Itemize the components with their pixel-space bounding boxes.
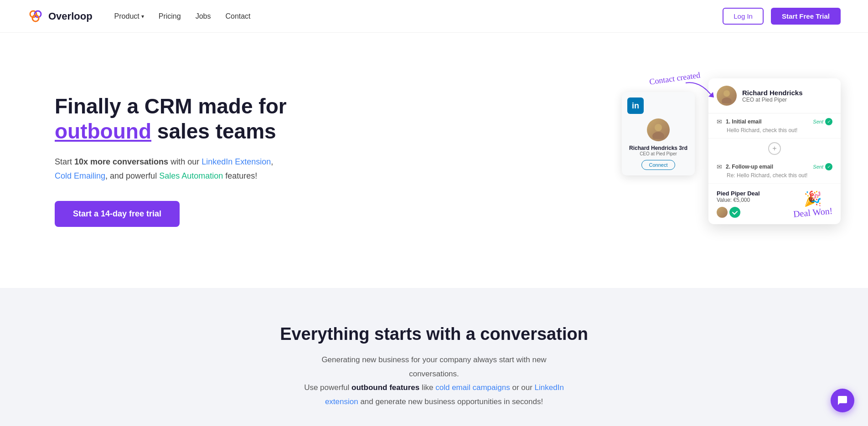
crm-email-2-header: ✉ 2. Follow-up email Sent ✓ — [717, 163, 832, 170]
crm-contact-info: Richard Hendricks CEO at Pied Piper — [742, 89, 803, 103]
section-desc: Generating new business for your company… — [297, 353, 571, 409]
crm-panel: Richard Hendricks CEO at Pied Piper ✉ 1.… — [708, 78, 841, 224]
nav-pricing[interactable]: Pricing — [159, 12, 181, 21]
nav-jobs[interactable]: Jobs — [196, 12, 211, 21]
arrow-icon — [681, 78, 718, 106]
email-icon-2: ✉ — [717, 163, 722, 170]
crm-deal-avatars — [717, 207, 760, 218]
check-icon-2: ✓ — [825, 163, 832, 170]
party-icon: 🎉 — [804, 190, 822, 207]
linkedin-avatar — [647, 118, 670, 141]
nav-right: Log In Start Free Trial — [723, 8, 841, 25]
sent-badge-1: Sent ✓ — [813, 118, 832, 125]
conversation-section: Everything starts with a conversation Ge… — [0, 288, 868, 426]
add-step-button[interactable]: + — [768, 142, 781, 155]
crm-email-2-preview: Re: Hello Richard, check this out! — [717, 172, 832, 179]
hero-outbound-word: outbound — [55, 119, 151, 143]
logo: Overloop — [27, 8, 93, 25]
crm-contact-name: Richard Hendricks — [742, 89, 803, 97]
email-icon: ✉ — [717, 118, 722, 125]
crm-avatar — [717, 86, 737, 106]
nav-left: Overloop Product ▾ Pricing Jobs Contact — [27, 8, 251, 25]
cold-emailing-link[interactable]: Cold Emailing — [55, 171, 105, 180]
linkedin-contact-name: Richard Hendricks 3rd — [627, 145, 689, 151]
cold-email-link[interactable]: cold email campaigns — [435, 383, 510, 392]
svg-point-7 — [722, 98, 732, 103]
hero-mockup: Contact created in Richard Hendricks 3rd… — [622, 69, 841, 251]
check-icon-1: ✓ — [825, 118, 832, 125]
connect-button[interactable]: Connect — [641, 160, 676, 170]
crm-deal-info: Pied Piper Deal Value: €5,000 — [717, 190, 760, 218]
chat-icon — [837, 395, 848, 406]
sales-automation-link[interactable]: Sales Automation — [159, 171, 223, 180]
crm-email-1-title-wrap: ✉ 1. Initial email — [717, 118, 762, 125]
logo-text: Overloop — [48, 10, 93, 22]
crm-email-2-title: 2. Follow-up email — [726, 164, 773, 170]
navbar: Overloop Product ▾ Pricing Jobs Contact … — [0, 0, 868, 33]
hero-content: Finally a CRM made for outbound sales te… — [55, 94, 287, 227]
nav-links: Product ▾ Pricing Jobs Contact — [114, 12, 251, 21]
section-title: Everything starts with a conversation — [27, 324, 841, 344]
trial-button[interactable]: Start a 14-day free trial — [55, 201, 180, 227]
outbound-features-text: outbound features — [351, 383, 419, 392]
chat-button[interactable] — [831, 389, 854, 412]
linkedin-contact-role: CEO at Pied Piper — [627, 151, 689, 156]
nav-contact[interactable]: Contact — [225, 12, 250, 21]
crm-deal-value: Value: €5,000 — [717, 197, 760, 203]
deal-won-text: Deal Won! — [793, 205, 833, 219]
svg-point-4 — [655, 124, 662, 131]
crm-contact-role: CEO at Pied Piper — [742, 97, 803, 103]
svg-point-5 — [652, 132, 664, 139]
hero-subtitle: Start 10x more conversations with our Li… — [55, 155, 287, 183]
deal-avatar-rep — [729, 207, 740, 218]
linkedin-extension-link[interactable]: LinkedIn Extension — [202, 157, 271, 166]
hero-section: Finally a CRM made for outbound sales te… — [0, 33, 868, 288]
crm-deal: Pied Piper Deal Value: €5,000 🎉 Deal Won… — [708, 184, 841, 224]
crm-email-1-title: 1. Initial email — [726, 118, 762, 125]
crm-deal-name: Pied Piper Deal — [717, 190, 760, 197]
crm-contact-header: Richard Hendricks CEO at Pied Piper — [708, 78, 841, 113]
crm-email-1-preview: Hello Richard, check this out! — [717, 127, 832, 133]
deal-avatar-user — [717, 207, 728, 218]
crm-email-2-title-wrap: ✉ 2. Follow-up email — [717, 163, 773, 170]
crm-email-1-header: ✉ 1. Initial email Sent ✓ — [717, 118, 832, 125]
sent-badge-2: Sent ✓ — [813, 163, 832, 170]
chevron-down-icon: ▾ — [141, 13, 144, 20]
crm-email-1: ✉ 1. Initial email Sent ✓ Hello Richard,… — [708, 113, 841, 139]
crm-email-2: ✉ 2. Follow-up email Sent ✓ Re: Hello Ri… — [708, 159, 841, 184]
logo-icon — [27, 8, 44, 25]
deal-won-section: 🎉 Deal Won! — [793, 190, 832, 218]
login-button[interactable]: Log In — [723, 8, 764, 25]
start-trial-button[interactable]: Start Free Trial — [771, 8, 841, 25]
nav-product[interactable]: Product ▾ — [114, 12, 144, 21]
hero-title: Finally a CRM made for outbound sales te… — [55, 94, 287, 144]
svg-point-6 — [723, 90, 730, 97]
linkedin-icon: in — [627, 98, 644, 114]
